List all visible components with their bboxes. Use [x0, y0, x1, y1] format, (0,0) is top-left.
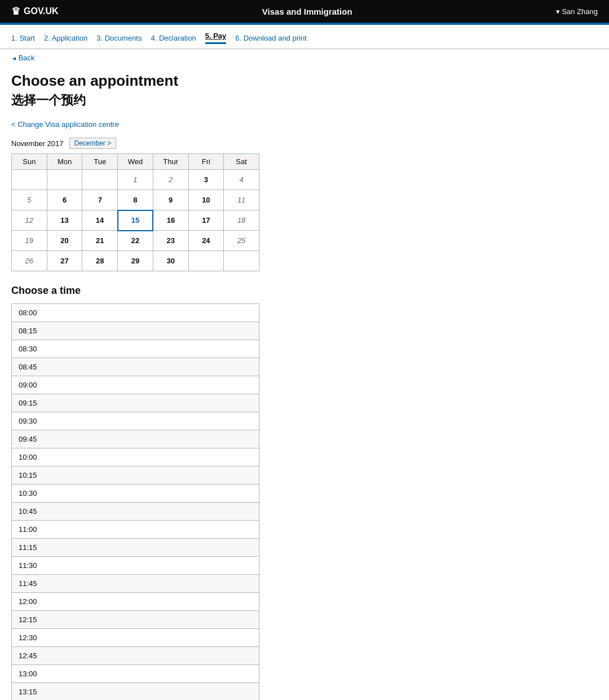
calendar-day-16[interactable]: 16	[153, 210, 188, 231]
calendar-week-5: 2627282930	[12, 251, 259, 271]
calendar-day-11: 11	[224, 190, 259, 210]
calendar-week-3: 12131415161718	[12, 210, 259, 231]
choose-time-section: Choose a time 08:0008:1508:3008:4509:000…	[11, 285, 496, 700]
calendar-day-26: 26	[12, 251, 47, 271]
calendar-day-header-thur: Thur	[153, 154, 188, 170]
calendar-empty-cell	[224, 251, 259, 271]
calendar-day-8[interactable]: 8	[118, 190, 153, 210]
calendar-header-row: SunMonTueWedThurFriSat	[12, 154, 259, 170]
calendar-week-2: 567891011	[12, 190, 259, 210]
logo-text: GOV.UK	[24, 6, 59, 16]
step-declaration[interactable]: 4. Declaration	[151, 34, 196, 42]
user-menu[interactable]: San Zhang	[556, 7, 598, 16]
time-slot-1215[interactable]: 12:15	[11, 611, 259, 629]
time-slot-0930[interactable]: 09:30	[11, 412, 259, 430]
calendar-day-29[interactable]: 29	[118, 251, 153, 271]
calendar-header: November 2017 December >	[11, 138, 496, 149]
calendar-day-22[interactable]: 22	[118, 231, 153, 251]
calendar-day-12: 12	[12, 210, 47, 231]
time-slot-1045[interactable]: 10:45	[11, 503, 259, 521]
calendar-thead: SunMonTueWedThurFriSat	[12, 154, 259, 170]
calendar-empty-cell	[82, 170, 118, 190]
time-slot-0815[interactable]: 08:15	[11, 322, 259, 340]
calendar-day-header-wed: Wed	[118, 154, 153, 170]
calendar-wrapper: November 2017 December > SunMonTueWedThu…	[11, 138, 496, 271]
calendar-day-6[interactable]: 6	[47, 190, 82, 210]
calendar-day-25: 25	[224, 231, 259, 251]
back-link[interactable]: Back	[11, 54, 35, 62]
change-centre-link-container: Change Visa application centre	[11, 120, 496, 129]
page-title-english: Choose an appointment	[11, 72, 496, 90]
calendar-day-4: 4	[224, 170, 259, 190]
time-slot-0900[interactable]: 09:00	[11, 376, 259, 394]
calendar-day-30[interactable]: 30	[153, 251, 188, 271]
calendar-day-21[interactable]: 21	[82, 231, 118, 251]
time-slot-1015[interactable]: 10:15	[11, 466, 259, 485]
calendar-day-header-tue: Tue	[82, 154, 118, 170]
calendar-day-3[interactable]: 3	[188, 170, 224, 190]
calendar-week-1: 1234	[12, 170, 259, 190]
calendar-day-header-sat: Sat	[224, 154, 259, 170]
calendar-day-header-sun: Sun	[12, 154, 47, 170]
choose-time-label: Choose a time	[11, 285, 496, 297]
time-slot-0830[interactable]: 08:30	[11, 340, 259, 358]
calendar-tbody: 1234567891011121314151617181920212223242…	[12, 170, 259, 271]
time-list: 08:0008:1508:3008:4509:0009:1509:3009:45…	[11, 303, 259, 700]
calendar-week-4: 19202122232425	[12, 231, 259, 251]
calendar-day-2: 2	[153, 170, 188, 190]
time-slot-1115[interactable]: 11:15	[11, 539, 259, 557]
step-start[interactable]: 1. Start	[11, 34, 35, 42]
step-application[interactable]: 2. Application	[44, 34, 87, 42]
time-slot-1100[interactable]: 11:00	[11, 521, 259, 539]
calendar-day-header-fri: Fri	[188, 154, 224, 170]
calendar-day-28[interactable]: 28	[82, 251, 118, 271]
step-download[interactable]: 6. Download and print	[235, 34, 306, 42]
time-slot-1200[interactable]: 12:00	[11, 593, 259, 611]
crown-icon: ♛	[11, 5, 20, 17]
calendar-day-1: 1	[118, 170, 153, 190]
time-slot-1230[interactable]: 12:30	[11, 629, 259, 647]
time-slot-0915[interactable]: 09:15	[11, 394, 259, 412]
step-pay[interactable]: 5. Pay	[205, 32, 227, 44]
calendar-day-14[interactable]: 14	[82, 210, 118, 231]
calendar-empty-cell	[47, 170, 82, 190]
calendar-empty-cell	[188, 251, 224, 271]
calendar-day-20[interactable]: 20	[47, 231, 82, 251]
calendar-day-13[interactable]: 13	[47, 210, 82, 231]
calendar-day-7[interactable]: 7	[82, 190, 118, 210]
calendar-day-10[interactable]: 10	[188, 190, 224, 210]
service-title: Visas and Immigration	[262, 7, 352, 16]
time-slot-1245[interactable]: 12:45	[11, 647, 259, 665]
calendar-day-24[interactable]: 24	[188, 231, 224, 251]
time-slot-1130[interactable]: 11:30	[11, 557, 259, 575]
calendar-month-year: November 2017	[11, 139, 64, 148]
calendar-day-19: 19	[12, 231, 47, 251]
calendar-day-5: 5	[12, 190, 47, 210]
time-slot-0800[interactable]: 08:00	[11, 303, 259, 322]
time-slot-0845[interactable]: 08:45	[11, 358, 259, 376]
time-slot-1145[interactable]: 11:45	[11, 575, 259, 593]
time-slot-0945[interactable]: 09:45	[11, 430, 259, 448]
calendar-day-15[interactable]: 15	[118, 210, 153, 231]
calendar-day-18: 18	[224, 210, 259, 231]
calendar-empty-cell	[12, 170, 47, 190]
back-link-container: Back	[0, 49, 609, 67]
page-title-chinese: 选择一个预约	[11, 92, 496, 109]
time-slot-1300[interactable]: 13:00	[11, 665, 259, 683]
steps-navigation: 1. Start2. Application3. Documents4. Dec…	[0, 25, 609, 49]
time-slot-1030[interactable]: 10:30	[11, 485, 259, 503]
calendar-day-9[interactable]: 9	[153, 190, 188, 210]
calendar-table: SunMonTueWedThurFriSat 12345678910111213…	[11, 153, 259, 271]
time-slot-1000[interactable]: 10:00	[11, 448, 259, 466]
calendar-day-17[interactable]: 17	[188, 210, 224, 231]
change-centre-link[interactable]: Change Visa application centre	[11, 120, 119, 129]
step-documents[interactable]: 3. Documents	[96, 34, 142, 42]
next-month-button[interactable]: December >	[69, 138, 117, 149]
gov-uk-logo: ♛ GOV.UK	[11, 5, 59, 17]
calendar-day-23[interactable]: 23	[153, 231, 188, 251]
site-header: ♛ GOV.UK Visas and Immigration San Zhang	[0, 0, 609, 23]
calendar-day-27[interactable]: 27	[47, 251, 82, 271]
time-slot-1315[interactable]: 13:15	[11, 683, 259, 700]
calendar-day-header-mon: Mon	[47, 154, 82, 170]
main-content: Choose an appointment 选择一个预约 Change Visa…	[0, 67, 508, 700]
